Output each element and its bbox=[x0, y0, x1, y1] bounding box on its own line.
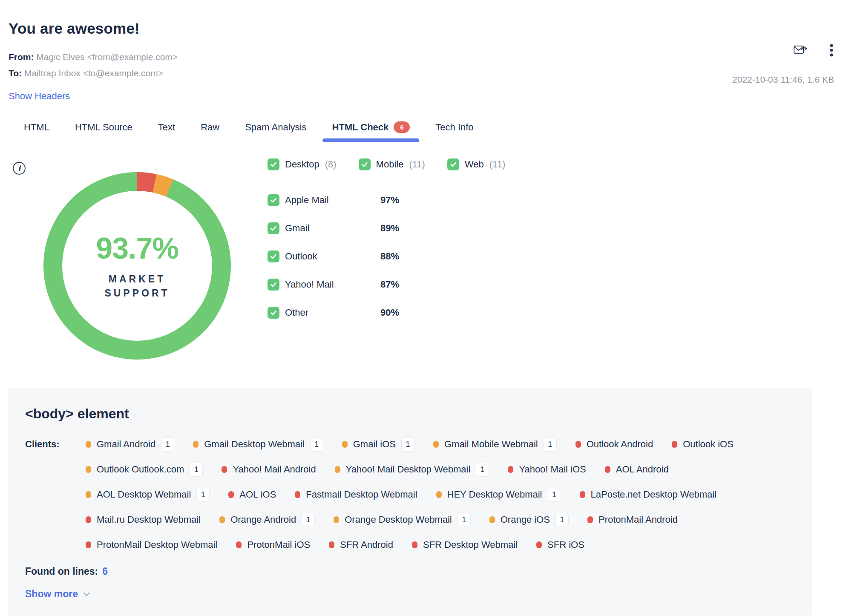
found-on-lines: Found on lines:6 bbox=[25, 566, 794, 577]
client-support-percent: 88% bbox=[380, 251, 399, 262]
filter-count: (11) bbox=[489, 159, 506, 170]
chip-client-name: SFR Android bbox=[340, 539, 393, 550]
forward-email-icon[interactable] bbox=[793, 44, 808, 56]
error-dot-icon bbox=[412, 541, 417, 548]
tab-label: Text bbox=[158, 122, 175, 133]
tab-spam-analysis[interactable]: Spam Analysis bbox=[232, 115, 319, 142]
tab-label: Raw bbox=[201, 122, 219, 133]
html-check-panel: i 93.7% MARKET SUPPORT Desktop(8)Mobile(… bbox=[0, 147, 846, 372]
support-client-label: Gmail bbox=[268, 222, 380, 234]
warning-dot-icon bbox=[489, 516, 495, 523]
top-divider bbox=[0, 0, 846, 6]
chip-issue-count: 1 bbox=[190, 463, 203, 477]
tab-label: HTML bbox=[24, 122, 49, 133]
client-chip-sfr-ios: SFR iOS bbox=[536, 538, 584, 552]
from-value: Magic Elves <from@example.com> bbox=[36, 52, 178, 62]
client-chip-yahoo-mail-android: Yahoo! Mail Android bbox=[222, 462, 316, 477]
client-support-percent: 90% bbox=[380, 307, 399, 318]
checkbox-checked[interactable] bbox=[268, 279, 279, 291]
chip-client-name: Outlook iOS bbox=[683, 439, 734, 450]
caption-line-2: SUPPORT bbox=[104, 288, 170, 299]
checkbox-checked[interactable] bbox=[268, 307, 279, 319]
clients-block: Clients: Gmail Android1Gmail Desktop Web… bbox=[25, 437, 794, 552]
tab-label: Spam Analysis bbox=[245, 122, 306, 133]
client-chip-gmail-android: Gmail Android1 bbox=[86, 437, 174, 452]
checkbox-checked[interactable] bbox=[268, 250, 279, 262]
support-client-label: Outlook bbox=[268, 250, 380, 262]
chip-issue-count: 1 bbox=[196, 488, 210, 502]
info-icon[interactable]: i bbox=[13, 162, 26, 175]
client-chip-gmail-desktop-webmail: Gmail Desktop Webmail1 bbox=[193, 437, 323, 452]
client-support-percent: 89% bbox=[380, 223, 399, 234]
chip-client-name: AOL Android bbox=[616, 464, 669, 475]
error-dot-icon bbox=[222, 466, 227, 473]
warning-dot-icon bbox=[436, 491, 442, 498]
to-label: To: bbox=[9, 68, 22, 78]
show-more-button[interactable]: Show more bbox=[25, 588, 90, 600]
market-support-percentage: 93.7% bbox=[96, 231, 178, 265]
error-dot-icon bbox=[508, 466, 513, 473]
error-dot-icon bbox=[228, 491, 234, 498]
warning-dot-icon bbox=[335, 466, 340, 473]
chip-client-name: HEY Desktop Webmail bbox=[447, 489, 542, 500]
chip-client-name: Yahoo! Mail Android bbox=[233, 464, 316, 475]
checkbox-checked[interactable] bbox=[359, 158, 371, 170]
chip-issue-count: 1 bbox=[302, 513, 315, 527]
error-dot-icon bbox=[587, 516, 593, 523]
warning-dot-icon bbox=[433, 441, 439, 448]
filter-desktop[interactable]: Desktop(8) bbox=[268, 158, 337, 170]
client-chip-protonmail-ios: ProtonMail iOS bbox=[236, 538, 310, 552]
found-on-lines-value[interactable]: 6 bbox=[102, 566, 108, 577]
filter-web[interactable]: Web(11) bbox=[447, 158, 505, 170]
more-options-kebab-icon[interactable] bbox=[830, 43, 833, 57]
caption-line-1: MARKET bbox=[109, 273, 166, 285]
chip-client-name: SFR iOS bbox=[547, 539, 584, 550]
warning-dot-icon bbox=[86, 441, 91, 448]
client-name: Apple Mail bbox=[285, 195, 329, 206]
filters-divider bbox=[268, 181, 591, 181]
chevron-down-icon bbox=[83, 592, 90, 596]
client-chip-aol-desktop-webmail: AOL Desktop Webmail1 bbox=[86, 487, 210, 502]
chip-client-name: Gmail Desktop Webmail bbox=[204, 439, 305, 450]
show-headers-link[interactable]: Show Headers bbox=[9, 91, 70, 102]
tab-raw[interactable]: Raw bbox=[188, 115, 232, 142]
client-chip-gmail-mobile-webmail: Gmail Mobile Webmail1 bbox=[433, 437, 557, 452]
tab-text[interactable]: Text bbox=[145, 115, 188, 142]
support-row-yahoo-mail: Yahoo! Mail87% bbox=[268, 271, 591, 299]
chip-client-name: Gmail Mobile Webmail bbox=[444, 439, 538, 450]
tab-tech-info[interactable]: Tech Info bbox=[423, 115, 486, 142]
warning-dot-icon bbox=[86, 466, 91, 473]
support-row-other: Other90% bbox=[268, 299, 591, 327]
chip-client-name: Gmail iOS bbox=[353, 439, 396, 450]
support-client-label: Apple Mail bbox=[268, 194, 380, 206]
checkbox-checked[interactable] bbox=[268, 222, 279, 234]
tab-html[interactable]: HTML bbox=[11, 115, 62, 142]
chip-issue-count: 1 bbox=[401, 438, 414, 452]
clients-label: Clients: bbox=[25, 437, 86, 552]
found-on-lines-label: Found on lines: bbox=[25, 566, 98, 577]
chip-issue-count: 1 bbox=[458, 513, 471, 527]
chip-client-name: Outlook Android bbox=[587, 439, 653, 450]
from-row: From: Magic Elves <from@example.com> bbox=[9, 49, 835, 65]
warning-dot-icon bbox=[193, 441, 199, 448]
chip-client-name: Yahoo! Mail Desktop Webmail bbox=[346, 464, 471, 475]
support-row-apple-mail: Apple Mail97% bbox=[268, 186, 591, 214]
error-dot-icon bbox=[86, 516, 91, 523]
checkbox-checked[interactable] bbox=[268, 194, 279, 206]
tab-html-source[interactable]: HTML Source bbox=[62, 115, 145, 142]
client-chip-sfr-desktop-webmail: SFR Desktop Webmail bbox=[412, 538, 518, 552]
checkbox-checked[interactable] bbox=[268, 158, 279, 170]
support-row-gmail: Gmail89% bbox=[268, 214, 591, 242]
error-dot-icon bbox=[236, 541, 242, 548]
client-chip-outlook-android: Outlook Android bbox=[576, 437, 653, 452]
error-dot-icon bbox=[580, 491, 585, 498]
client-chip-orange-ios: Orange iOS1 bbox=[489, 512, 569, 527]
tab-html-check[interactable]: HTML Check6 bbox=[319, 115, 423, 142]
client-chip-gmail-ios: Gmail iOS1 bbox=[342, 437, 414, 452]
from-label: From: bbox=[9, 52, 34, 62]
chip-client-name: ProtonMail iOS bbox=[247, 539, 310, 550]
error-dot-icon bbox=[86, 541, 91, 548]
checkbox-checked[interactable] bbox=[447, 158, 459, 170]
filter-mobile[interactable]: Mobile(11) bbox=[359, 158, 425, 170]
issue-card-body-element: <body> element Clients: Gmail Android1Gm… bbox=[8, 388, 812, 616]
